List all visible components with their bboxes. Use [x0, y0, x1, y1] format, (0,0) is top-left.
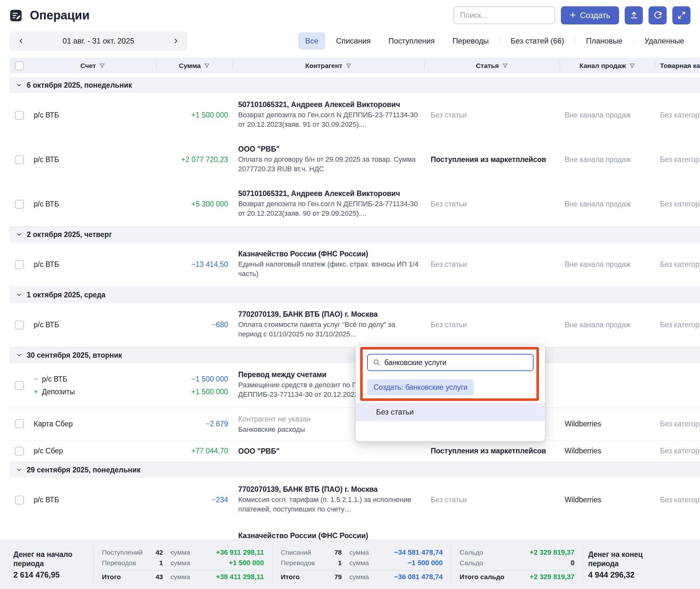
account-name: р/с ВТБ	[34, 200, 59, 208]
start-balance-value: 2 614 476,95	[13, 570, 93, 579]
account-name: р/с ВТБ	[34, 321, 59, 329]
stat-amount: +36 911 298,11	[195, 548, 264, 557]
amount: −234	[212, 496, 228, 504]
search-input[interactable]	[454, 6, 555, 24]
article: Без статьи	[431, 200, 467, 208]
top-bar: Операции + Создать	[0, 0, 700, 30]
tab-debits[interactable]: Списания	[329, 32, 378, 49]
operation-row[interactable]: Карта Сбер −2 679 Контрагент не указан Б…	[10, 408, 700, 440]
filter-icon[interactable]	[204, 62, 210, 69]
chevron-down-icon[interactable]	[16, 231, 22, 238]
operation-row[interactable]: р/с ВТБ +1 500 000 507101065321, Андреев…	[10, 93, 700, 138]
tab-transfers[interactable]: Переводы	[446, 32, 496, 49]
chevron-down-icon[interactable]	[16, 352, 22, 358]
operation-row[interactable]: р/с Сбер +77 044,70 ООО "РВБ" Поступлени…	[10, 440, 700, 462]
filter-icon[interactable]	[629, 62, 635, 69]
col-amount: Сумма	[179, 62, 201, 69]
row-checkbox[interactable]	[15, 447, 24, 455]
product-category: Без категории	[660, 496, 700, 504]
article: Без статьи	[431, 496, 467, 504]
article: Поступления из маркетплейсов	[431, 155, 546, 164]
operation-row[interactable]: р/с ВТБ −234 7702070139, БАНК ВТБ (ПАО) …	[10, 478, 700, 522]
row-checkbox[interactable]	[15, 381, 24, 390]
counterparty: 7702070139, БАНК ВТБ (ПАО) г. Москва	[238, 484, 419, 494]
chevron-down-icon[interactable]	[16, 291, 22, 298]
product-category: Без категории	[660, 200, 700, 208]
prev-period-button[interactable]	[14, 34, 28, 48]
payment-description: Возврат депозита по Ген.согл N ДЕППИБ-23…	[238, 110, 419, 129]
expand-button[interactable]	[672, 6, 690, 24]
group-date: 30 сентября 2025, вторник	[27, 351, 122, 360]
tab-planned[interactable]: Плановые	[579, 32, 630, 49]
row-checkbox[interactable]	[15, 155, 24, 164]
transfer-row[interactable]: −р/с ВТБ +Депозиты −1 500 000 +1 500 000…	[10, 363, 700, 408]
row-checkbox[interactable]	[15, 260, 24, 269]
account-to: Депозиты	[42, 388, 75, 396]
col-article: Статья	[476, 62, 499, 69]
create-button[interactable]: + Создать	[561, 6, 619, 24]
product-category: Без категории	[660, 447, 700, 455]
account-name: р/с ВТБ	[34, 496, 59, 504]
date-group-header[interactable]: 1 октября 2025, среда	[10, 287, 700, 303]
date-range-picker[interactable]: 01 авг. - 31 окт. 2025	[10, 31, 187, 51]
tab-no-article[interactable]: Без статей (66)	[504, 32, 571, 49]
stat-unit: сумма	[168, 573, 195, 581]
next-period-button[interactable]	[169, 34, 183, 48]
filter-icon[interactable]	[99, 62, 105, 69]
payment-description: Единый налоговый платеж (фикс. страх. вз…	[238, 259, 419, 278]
product-category: Без категории	[660, 420, 700, 428]
amount: −2 679	[206, 420, 228, 428]
date-range-label[interactable]: 01 авг. - 31 окт. 2025	[62, 36, 134, 45]
page-title: Операции	[30, 9, 89, 22]
account-name: р/с ВТБ	[34, 260, 59, 269]
create-article-option[interactable]: Создать: банковские услуги	[367, 379, 474, 396]
tab-all[interactable]: Все	[298, 32, 325, 49]
stat-unit: сумма	[347, 549, 374, 556]
tab-credits[interactable]: Поступления	[382, 32, 442, 49]
stat-label: Переводов	[102, 559, 150, 567]
operation-row[interactable]: р/с ВТБ +5 300 000 507101065321, Андреев…	[10, 182, 700, 226]
product-category: Без категории	[660, 321, 700, 329]
date-group-header[interactable]: 29 сентября 2025, понедельник	[10, 462, 700, 478]
counterparty: ООО "РВБ"	[238, 144, 419, 154]
date-group-header[interactable]: 6 октября 2025, понедельник	[10, 77, 700, 93]
sync-button[interactable]	[649, 6, 667, 24]
upload-icon	[630, 11, 638, 20]
group-date: 2 октября 2025, четверг	[27, 230, 112, 239]
operation-row[interactable]: Казначейство России (ФНС России)	[10, 522, 700, 540]
chevron-down-icon[interactable]	[16, 82, 22, 88]
operation-row[interactable]: р/с ВТБ +2 077 720,23 ООО "РВБ" Оплата п…	[10, 138, 700, 182]
article-search-field[interactable]	[367, 354, 533, 371]
row-checkbox[interactable]	[15, 496, 24, 505]
group-date: 29 сентября 2025, понедельник	[27, 466, 141, 474]
stat-count: 43	[150, 573, 168, 581]
payment-description: Комиссия согл. тарифам (п. 1.5.2.1.1.) з…	[238, 495, 419, 514]
chevron-down-icon[interactable]	[16, 467, 22, 473]
operation-row[interactable]: р/с ВТБ −680 7702070139, БАНК ВТБ (ПАО) …	[10, 303, 700, 347]
article-option-none[interactable]: Без статьи	[356, 403, 545, 421]
row-checkbox[interactable]	[15, 419, 24, 428]
filter-bar: 01 авг. - 31 окт. 2025 Все Списания Пост…	[10, 30, 691, 51]
stat-label: Итого	[102, 573, 150, 581]
filter-icon[interactable]	[502, 62, 508, 69]
counterparty: 7702070139, БАНК ВТБ (ПАО) г. Москва	[238, 309, 419, 319]
date-group-header[interactable]: 2 октября 2025, четверг	[10, 226, 700, 242]
date-group-header[interactable]: 30 сентября 2025, вторник	[10, 347, 700, 363]
outflow-sign: −	[34, 373, 42, 385]
row-checkbox[interactable]	[15, 111, 24, 120]
stat-amount: +2 329 819,37	[507, 573, 574, 581]
tab-deleted[interactable]: Удаленные	[638, 32, 691, 49]
article-select-popup: Создать: банковские услуги Без статьи	[356, 346, 545, 441]
select-all-checkbox[interactable]	[15, 61, 24, 70]
inflow-sign: +	[34, 385, 42, 398]
summary-bar: Денег на начало периода 2 614 476,95 Пос…	[0, 540, 700, 589]
stat-count: 78	[328, 549, 347, 556]
operation-row[interactable]: р/с ВТБ −13 414,50 Казначейство России (…	[10, 242, 700, 287]
row-checkbox[interactable]	[15, 321, 24, 330]
article-search-input[interactable]	[384, 358, 528, 367]
article: Без статьи	[431, 321, 467, 329]
row-checkbox[interactable]	[15, 200, 24, 209]
filter-icon[interactable]	[345, 62, 352, 69]
upload-button[interactable]	[625, 6, 643, 24]
tab-separator	[633, 36, 634, 45]
